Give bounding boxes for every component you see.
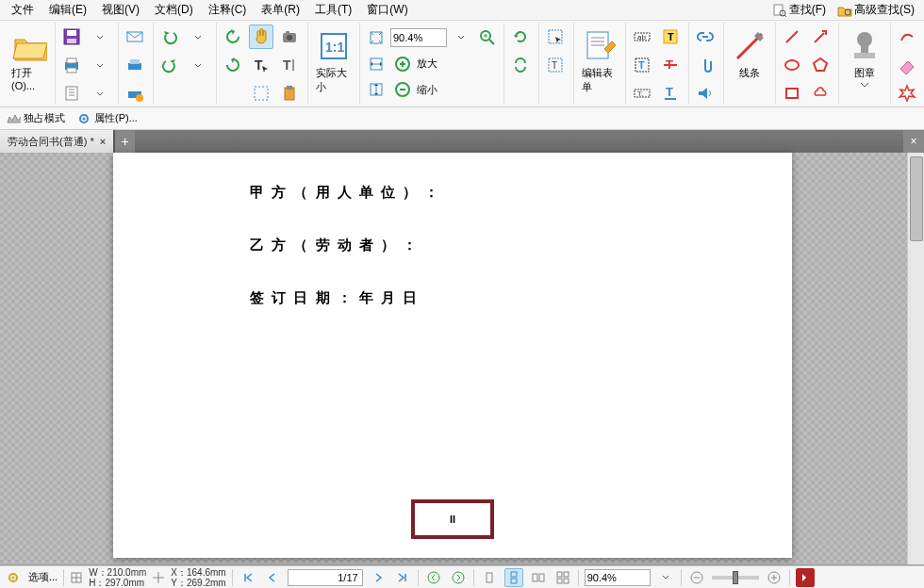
actual-size-button[interactable]: 1:1 实际大小 [312,24,355,98]
two-page-continuous-button[interactable] [553,568,572,587]
zoom-slider[interactable] [712,576,759,580]
save-dropdown[interactable] [88,24,112,49]
strikeout-button[interactable]: T [658,53,683,77]
rotate-ccw-button[interactable] [221,24,245,49]
single-page-view-button[interactable] [480,568,499,587]
first-page-button[interactable] [239,568,257,587]
next-page-button[interactable] [369,568,388,587]
zoom-select[interactable] [585,569,651,586]
redo-button[interactable] [157,53,182,77]
menu-window[interactable]: 窗口(W) [359,0,415,20]
cloud-shape-button[interactable] [808,81,833,106]
export-dropdown[interactable] [88,81,112,106]
page-roman-numeral: II [450,514,455,525]
secondary-bar: 独占模式 属性(P)... [0,107,924,130]
continuous-view-button[interactable] [504,568,523,587]
options-gear-button[interactable] [4,568,23,587]
refresh-all-button[interactable] [508,53,533,77]
nav-forward-button[interactable] [449,568,468,587]
zoom-out-status-button[interactable] [687,568,706,587]
undo-button[interactable] [157,24,182,49]
fit-height-button[interactable] [364,77,388,102]
fit-width-button[interactable] [364,52,388,76]
pdf-icon-button[interactable] [796,568,815,587]
save-button[interactable] [59,24,84,49]
sound-button[interactable] [693,81,718,106]
zoom-select-dropdown[interactable] [656,568,675,587]
fit-page-button[interactable] [364,25,388,50]
link-button[interactable] [693,24,718,49]
ellipse-shape-button[interactable] [780,53,804,77]
attachment-button[interactable] [693,53,718,77]
new-tab-button[interactable]: + [114,130,135,153]
undo-dropdown[interactable] [186,24,210,49]
form-select-icon[interactable] [543,24,568,49]
button-field-button[interactable]: T. [630,81,654,106]
export-button[interactable] [59,81,84,106]
zoom-input[interactable] [390,28,447,47]
highlight-field-button[interactable]: T [658,24,683,49]
eraser-button[interactable] [895,53,919,77]
text-select-button[interactable]: T [277,53,302,77]
print-button[interactable] [59,53,84,77]
vertical-scrollbar[interactable] [907,153,924,564]
find-button[interactable]: 查找(F) [767,0,832,20]
svg-text:ab: ab [637,33,646,41]
exclusive-mode-button[interactable]: 独占模式 [6,111,65,126]
close-all-tabs-button[interactable]: × [903,130,924,153]
zoom-marquee-button[interactable] [475,25,500,50]
arrow-shape-button[interactable] [808,24,833,49]
menu-document[interactable]: 文档(D) [147,0,201,20]
line-shape-button[interactable] [780,24,804,49]
zoom-in-button[interactable] [390,52,415,76]
hand-tool-button[interactable] [249,24,273,49]
properties-button[interactable]: 属性(P)... [76,111,138,126]
rotate-cw-button[interactable] [221,53,245,77]
form-text-select[interactable]: T [543,53,568,77]
rect-shape-button[interactable] [780,81,804,106]
edit-form-button[interactable]: 编辑表单 [578,24,621,98]
select-tool-button[interactable]: T [249,53,273,77]
lines-button[interactable]: 线条 [728,24,771,84]
redo-dropdown[interactable] [186,53,210,77]
refresh-button[interactable] [508,24,533,49]
underline-button[interactable]: T [658,81,683,106]
advanced-find-button[interactable]: 高级查找(S) [832,0,920,20]
snapshot-button[interactable] [277,24,302,49]
tab-close-button[interactable]: × [100,136,106,147]
two-page-view-button[interactable] [529,568,548,587]
burst-shape-button[interactable] [895,81,919,106]
menu-annotate[interactable]: 注释(C) [201,0,255,20]
print-dropdown[interactable] [88,53,112,77]
scan-settings-button[interactable] [123,81,147,106]
text-field-button[interactable]: ab [630,24,654,49]
marquee-select-button[interactable] [249,81,273,106]
prev-page-button[interactable] [263,568,282,587]
clipboard-button[interactable] [277,81,302,106]
stamp-button[interactable]: 图章 [843,24,886,91]
nav-back-button[interactable] [424,568,443,587]
scrollbar-thumb[interactable] [910,156,923,241]
zoom-dropdown[interactable] [449,25,473,50]
free-draw-button[interactable] [895,24,919,49]
menu-file[interactable]: 文件 [4,0,41,20]
polygon-shape-button[interactable] [808,53,833,77]
options-label[interactable]: 选项... [28,570,58,584]
zoom-out-button[interactable] [390,77,415,102]
open-button[interactable]: 打开(O)... [8,24,51,95]
document-tab[interactable]: 劳动合同书(普通) * × [0,130,114,153]
menu-forms[interactable]: 表单(R) [254,0,307,20]
document-viewport[interactable]: 甲 方 （ 用 人 单 位 ） ： 乙 方 （ 劳 动 者 ） ： 签 订 日 … [0,153,924,565]
menu-edit[interactable]: 编辑(E) [41,0,94,20]
checkbox-field-button[interactable]: T [630,53,654,77]
scan-button[interactable] [123,53,147,77]
zoom-in-status-button[interactable] [765,568,784,587]
menu-tools[interactable]: 工具(T) [307,0,359,20]
last-page-button[interactable] [393,568,412,587]
svg-point-53 [785,60,799,70]
menu-view[interactable]: 视图(V) [94,0,147,20]
email-button[interactable] [123,24,147,49]
svg-text:T: T [668,31,674,42]
zoom-slider-knob[interactable] [733,571,738,584]
page-number-input[interactable] [288,569,363,586]
